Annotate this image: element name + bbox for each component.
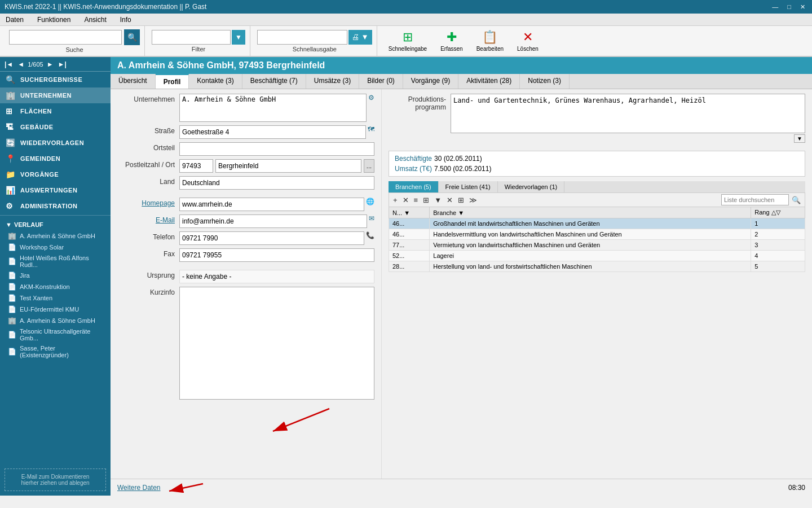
nav-prev-button[interactable]: ◄ bbox=[16, 60, 25, 68]
verlauf-header[interactable]: ▼ VERLAUF bbox=[0, 219, 111, 230]
land-input[interactable] bbox=[179, 176, 374, 190]
branchen-tab-wiedervorlagen[interactable]: Wiedervorlagen (1) bbox=[498, 181, 565, 192]
weitere-daten-link[interactable]: Weitere Daten bbox=[117, 484, 160, 492]
branchen-section: Branchen (5) Freie Listen (41) Wiedervor… bbox=[389, 181, 805, 272]
branchen-filter-button[interactable]: ▼ bbox=[433, 195, 443, 205]
homepage-label[interactable]: Homepage bbox=[117, 198, 179, 207]
verlauf-item-5[interactable]: 📄 Test Xanten bbox=[0, 292, 111, 304]
nav-last-button[interactable]: ►| bbox=[57, 60, 68, 68]
branchen-row-0[interactable]: 46... Großhandel mit landwirtschaftliche… bbox=[389, 218, 805, 229]
verlauf-item-6[interactable]: 📄 EU-Fördermittel KMU bbox=[0, 304, 111, 315]
branchen-columns-button[interactable]: ⊞ bbox=[421, 195, 431, 205]
produktionsprogramm-textarea[interactable]: Land- und Gartentechnik, Grünes Warenhau… bbox=[451, 94, 805, 133]
branchen-print-button[interactable]: ⊞ bbox=[456, 195, 466, 205]
bearbeiten-button[interactable]: 📋 Bearbeiten bbox=[470, 28, 510, 54]
verlauf-item-4[interactable]: 📄 AKM-Konstruktion bbox=[0, 281, 111, 292]
email-drop-zone[interactable]: E-Mail zum Dokumentierenhierher ziehen u… bbox=[5, 468, 106, 491]
tab-vorgaenge[interactable]: Vorgänge (9) bbox=[403, 74, 458, 89]
tab-profil[interactable]: Profil bbox=[156, 74, 189, 89]
filter-button[interactable]: ▼ bbox=[232, 30, 245, 45]
branchen-tab-freilisten[interactable]: Freie Listen (41) bbox=[439, 181, 498, 192]
tab-beschaeftigte[interactable]: Beschäftigte (7) bbox=[242, 74, 306, 89]
branchen-row-4[interactable]: 28... Herstellung von land- und forstwir… bbox=[389, 261, 805, 272]
sidebar-item-flaechen[interactable]: ⊞ FLÄCHEN bbox=[0, 103, 111, 119]
tab-kontakte[interactable]: Kontakte (3) bbox=[189, 74, 242, 89]
branchen-cell-branche-1: Handelsvermittlung von landwirtschaftlic… bbox=[430, 229, 751, 240]
unternehmen-input[interactable] bbox=[179, 94, 367, 122]
strasse-input[interactable] bbox=[179, 125, 366, 139]
branchen-more-button[interactable]: ≫ bbox=[467, 195, 479, 205]
search-input[interactable] bbox=[9, 30, 122, 45]
ort-input[interactable] bbox=[215, 159, 361, 173]
branchen-row-1[interactable]: 46... Handelsvermittlung von landwirtsch… bbox=[389, 229, 805, 240]
email-input[interactable] bbox=[179, 214, 367, 228]
telefon-call-icon[interactable]: 📞 bbox=[366, 231, 374, 239]
produktionsprogramm-scroll-down[interactable]: ▼ bbox=[794, 134, 805, 143]
tab-uebersicht[interactable]: Übersicht bbox=[111, 74, 156, 89]
homepage-input[interactable] bbox=[179, 198, 364, 211]
email-label[interactable]: E-Mail bbox=[117, 214, 179, 224]
verlauf-item-1[interactable]: 📄 Workshop Solar bbox=[0, 242, 111, 253]
verlauf-item-8[interactable]: 📄 Telsonic Ultraschallgeräte Gmb... bbox=[0, 326, 111, 343]
branchen-col-nr[interactable]: N... ▼ bbox=[389, 207, 430, 218]
ursprung-input[interactable] bbox=[179, 270, 374, 283]
branchen-export-button[interactable]: ✕ bbox=[445, 195, 454, 205]
minimize-button[interactable]: — bbox=[770, 3, 780, 11]
schnellausgabe-input[interactable] bbox=[257, 30, 347, 45]
maximize-button[interactable]: □ bbox=[785, 3, 793, 11]
email-send-icon[interactable]: ✉ bbox=[369, 214, 374, 222]
tab-notizen[interactable]: Notizen (3) bbox=[520, 74, 570, 89]
sidebar-item-auswertungen[interactable]: 📊 AUSWERTUNGEN bbox=[0, 182, 111, 198]
fax-input[interactable] bbox=[179, 248, 374, 262]
branchen-delete-button[interactable]: ✕ bbox=[401, 195, 411, 205]
branchen-edit-button[interactable]: ≡ bbox=[412, 195, 420, 205]
branchen-col-rang[interactable]: Rang △▽ bbox=[751, 207, 805, 218]
sidebar-item-unternehmen[interactable]: 🏢 UNTERNEHMEN bbox=[0, 87, 111, 103]
branchen-row-2[interactable]: 77... Vermietung von landwirtschaftliche… bbox=[389, 240, 805, 251]
plz-input[interactable] bbox=[179, 159, 213, 173]
schnelleingabe-button[interactable]: ⊞ Schnelleingabe bbox=[382, 28, 434, 54]
gebaeude-icon: 🏗 bbox=[6, 122, 16, 132]
sidebar-item-administration[interactable]: ⚙ ADMINISTRATION bbox=[0, 198, 111, 214]
plz-more-button[interactable]: ... bbox=[364, 159, 374, 173]
branchen-search-button[interactable]: 🔍 bbox=[790, 195, 802, 205]
verlauf-item-2[interactable]: 📄 Hotel Weißes Roß Alfons Rudl... bbox=[0, 253, 111, 270]
sidebar-item-vorgaenge[interactable]: 📁 VORGÄNGE bbox=[0, 167, 111, 182]
sidebar-item-gemeinden[interactable]: 📍 GEMEINDEN bbox=[0, 151, 111, 167]
branchen-search-input[interactable] bbox=[721, 194, 789, 205]
erfassen-button[interactable]: ✚ Erfassen bbox=[434, 28, 469, 54]
search-button[interactable]: 🔍 bbox=[124, 29, 140, 45]
homepage-open-icon[interactable]: 🌐 bbox=[366, 198, 374, 205]
branchen-col-branche[interactable]: Branche ▼ bbox=[430, 207, 751, 218]
verlauf-item-7[interactable]: 🏢 A. Amrhein & Söhne GmbH bbox=[0, 315, 111, 326]
menu-info[interactable]: Info bbox=[117, 15, 135, 25]
verlauf-item-9[interactable]: 📄 Sasse, Peter (Existenzgründer) bbox=[0, 343, 111, 360]
loeschen-button[interactable]: ✕ Löschen bbox=[510, 28, 545, 54]
nav-first-button[interactable]: |◄ bbox=[3, 60, 14, 68]
ortsteil-input[interactable] bbox=[179, 142, 374, 156]
sidebar-item-suchergebnisse[interactable]: 🔍 SUCHERGEBNISSE bbox=[0, 72, 111, 87]
branchen-tab-branchen[interactable]: Branchen (5) bbox=[389, 181, 439, 192]
filter-input[interactable] bbox=[152, 30, 231, 45]
menu-ansicht[interactable]: Ansicht bbox=[81, 15, 109, 25]
doc-icon-5: 📄 bbox=[8, 294, 16, 302]
nav-next-button[interactable]: ► bbox=[46, 60, 55, 68]
kurzinfo-textarea[interactable] bbox=[179, 287, 374, 400]
tab-bilder[interactable]: Bilder (0) bbox=[359, 74, 403, 89]
sidebar-item-gebaeude[interactable]: 🏗 GEBÄUDE bbox=[0, 119, 111, 135]
schnellausgabe-print-button[interactable]: 🖨 ▼ bbox=[348, 30, 372, 45]
tab-aktivitaeten[interactable]: Aktivitäten (28) bbox=[458, 74, 520, 89]
strasse-map-icon[interactable]: 🗺 bbox=[368, 125, 374, 133]
branchen-add-button[interactable]: + bbox=[391, 195, 399, 205]
verlauf-item-3[interactable]: 📄 Jira bbox=[0, 270, 111, 281]
verlauf-item-0[interactable]: 🏢 A. Amrhein & Söhne GmbH bbox=[0, 230, 111, 242]
menu-funktionen[interactable]: Funktionen bbox=[34, 15, 74, 25]
menu-daten[interactable]: Daten bbox=[2, 15, 27, 25]
suchergebnisse-label: SUCHERGEBNISSE bbox=[20, 76, 82, 83]
branchen-row-3[interactable]: 52... Lagerei 4 bbox=[389, 251, 805, 261]
close-button[interactable]: ✕ bbox=[798, 3, 807, 11]
unternehmen-edit-icon[interactable]: ⚙ bbox=[368, 94, 374, 102]
sidebar-item-wiedervorlagen[interactable]: 🔄 WIEDERVORLAGEN bbox=[0, 135, 111, 151]
telefon-input[interactable] bbox=[179, 231, 364, 245]
tab-umsaetze[interactable]: Umsätze (3) bbox=[306, 74, 359, 89]
